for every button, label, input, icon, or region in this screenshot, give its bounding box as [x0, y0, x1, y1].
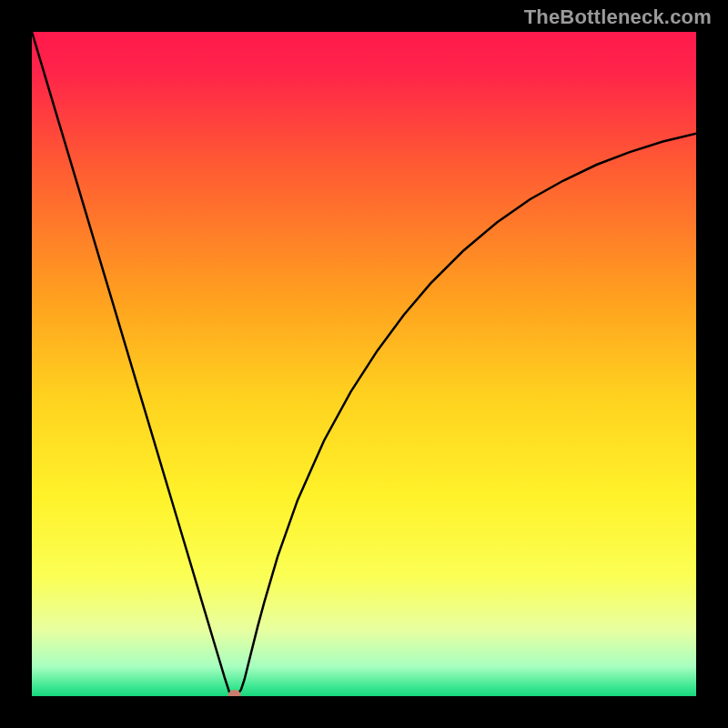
plot-area — [32, 32, 696, 696]
watermark-text: TheBottleneck.com — [524, 5, 712, 29]
bottleneck-chart — [32, 32, 696, 696]
chart-frame: TheBottleneck.com — [0, 0, 728, 728]
